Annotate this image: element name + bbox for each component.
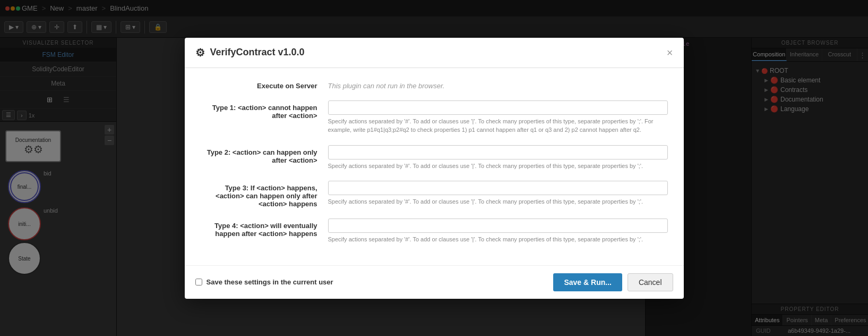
type4-value: Specify actions separated by '#'. To add…: [328, 219, 668, 244]
type2-hint: Specify actions separated by '#'. To add…: [328, 162, 668, 171]
save-run-button[interactable]: Save & Run...: [553, 273, 622, 291]
execute-row: Execute on Server This plugin can not ru…: [201, 79, 668, 90]
execute-value: This plugin can not run in the browser.: [328, 79, 668, 90]
modal-close-button[interactable]: ×: [667, 47, 673, 58]
save-settings-label: Save these settings in the current user: [207, 278, 333, 286]
type4-hint: Specify actions separated by '#'. To add…: [328, 235, 668, 244]
type2-value: Specify actions separated by '#'. To add…: [328, 145, 668, 171]
modal-footer: Save these settings in the current user …: [185, 265, 684, 299]
footer-actions: Save & Run... Cancel: [553, 273, 673, 291]
save-settings-checkbox[interactable]: [195, 279, 202, 285]
modal-header: ⚙ VerifyContract v1.0.0 ×: [185, 38, 684, 68]
modal-title: ⚙ VerifyContract v1.0.0: [195, 46, 305, 59]
type4-label: Type 4: <action> will eventually happen …: [201, 219, 317, 238]
type3-label: Type 3: If <action> happens, <action> ca…: [201, 181, 317, 208]
type3-value: Specify actions separated by '#'. To add…: [328, 181, 668, 206]
type1-label: Type 1: <action> cannot happen after <ac…: [201, 100, 317, 120]
type1-row: Type 1: <action> cannot happen after <ac…: [201, 100, 668, 135]
type4-input[interactable]: [328, 219, 668, 233]
type2-input[interactable]: [328, 145, 668, 159]
type1-hint: Specify actions separated by '#'. To add…: [328, 117, 668, 135]
cancel-button[interactable]: Cancel: [628, 273, 673, 291]
modal-gear-icon: ⚙: [195, 46, 205, 59]
type3-input[interactable]: [328, 181, 668, 195]
type2-row: Type 2: <action> can happen only after <…: [201, 145, 668, 171]
type1-value: Specify actions separated by '#'. To add…: [328, 100, 668, 135]
modal-dialog: ⚙ VerifyContract v1.0.0 × Execute on Ser…: [185, 38, 684, 299]
type1-input[interactable]: [328, 100, 668, 115]
modal-overlay: ⚙ VerifyContract v1.0.0 × Execute on Ser…: [0, 0, 868, 336]
type2-label: Type 2: <action> can happen only after <…: [201, 145, 317, 164]
type3-row: Type 3: If <action> happens, <action> ca…: [201, 181, 668, 208]
save-settings-checkbox-label[interactable]: Save these settings in the current user: [195, 278, 333, 286]
modal-body: Execute on Server This plugin can not ru…: [185, 68, 684, 265]
type3-hint: Specify actions separated by '#'. To add…: [328, 197, 668, 206]
execute-note: This plugin can not run in the browser.: [328, 79, 668, 90]
execute-label: Execute on Server: [201, 79, 317, 90]
modal-title-text: VerifyContract v1.0.0: [210, 47, 305, 58]
type4-row: Type 4: <action> will eventually happen …: [201, 219, 668, 244]
